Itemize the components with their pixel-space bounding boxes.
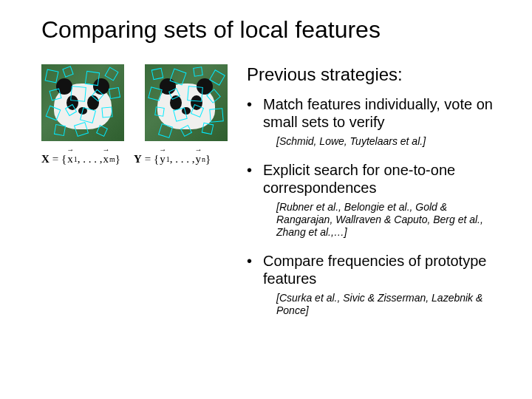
list-item: • Match features individually, vote on s… <box>247 95 502 131</box>
panda-image-right <box>145 64 228 141</box>
right-column: Previous strategies: • Match features in… <box>241 64 502 330</box>
bullet-list: • Match features individually, vote on s… <box>247 95 502 131</box>
bullet-list: • Compare frequencies of prototype featu… <box>247 252 502 287</box>
bullet-icon: • <box>247 95 263 131</box>
panda-image-left <box>41 64 124 141</box>
bullet-text: Match features individually, vote on sma… <box>263 95 502 131</box>
content-row: X = { x1 , . . . , xm } Y = { y1 , . . .… <box>0 44 532 330</box>
set-formulas: X = { x1 , . . . , xm } Y = { y1 , . . .… <box>41 153 241 166</box>
bullet-icon: • <box>247 252 263 287</box>
citation: [Schmid, Lowe, Tuytelaars et al.] <box>276 135 502 148</box>
bullet-text: Explicit search for one-to-one correspon… <box>263 161 502 197</box>
bullet-list: • Explicit search for one-to-one corresp… <box>247 161 502 197</box>
list-item: • Compare frequencies of prototype featu… <box>247 252 502 287</box>
set-y: Y = { y1 , . . . , yn } <box>134 153 211 166</box>
citation: [Csurka et al., Sivic & Zisserman, Lazeb… <box>276 292 502 317</box>
image-pair <box>41 64 241 141</box>
list-item: • Explicit search for one-to-one corresp… <box>247 161 502 197</box>
bullet-text: Compare frequencies of prototype feature… <box>263 252 502 287</box>
bullet-icon: • <box>247 161 263 197</box>
set-x: X = { x1 , . . . , xm } <box>41 153 120 166</box>
left-column: X = { x1 , . . . , xm } Y = { y1 , . . .… <box>41 64 241 330</box>
subtitle: Previous strategies: <box>247 64 502 85</box>
slide-title: Comparing sets of local features <box>0 0 532 44</box>
citation: [Rubner et al., Belongie et al., Gold & … <box>276 201 502 239</box>
